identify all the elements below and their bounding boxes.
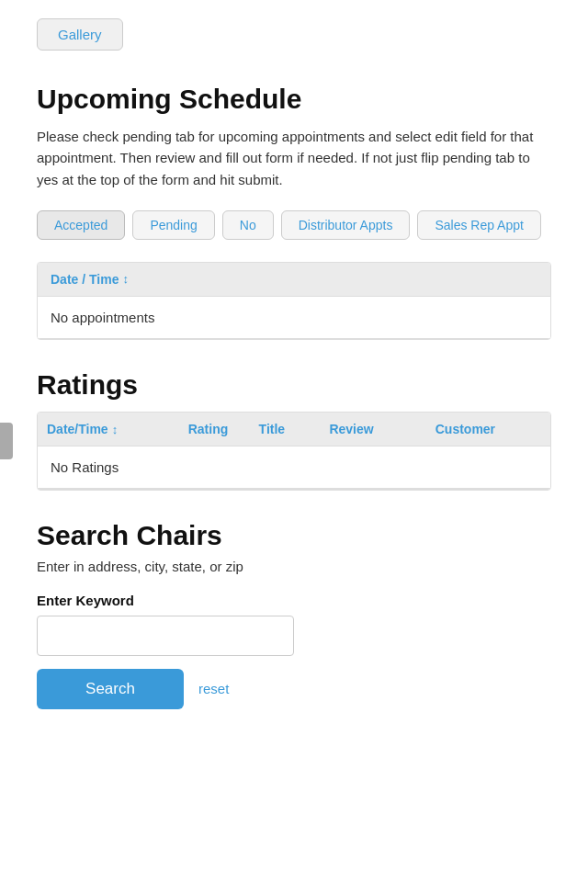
gallery-button[interactable]: Gallery <box>37 18 123 51</box>
search-chairs-description: Enter in address, city, state, or zip <box>37 559 551 574</box>
upcoming-schedule-title: Upcoming Schedule <box>37 84 551 115</box>
sort-icon: ↕ <box>122 272 129 286</box>
ratings-table: Date/Time ↕ Rating Title Review Customer… <box>37 412 551 491</box>
side-handle[interactable] <box>0 423 13 459</box>
schedule-table-header: Date / Time ↕ <box>38 263 550 297</box>
ratings-customer-column: Customer <box>435 422 541 436</box>
keyword-label: Enter Keyword <box>37 593 551 608</box>
schedule-tab-group: Accepted Pending No Distributor Appts Sa… <box>37 210 551 240</box>
tab-distributor-appts[interactable]: Distributor Appts <box>281 210 411 240</box>
search-chairs-section: Search Chairs Enter in address, city, st… <box>37 520 551 709</box>
keyword-input[interactable] <box>37 616 294 656</box>
table-divider <box>38 338 550 340</box>
schedule-table: Date / Time ↕ No appointments <box>37 262 551 341</box>
tab-accepted[interactable]: Accepted <box>37 210 125 240</box>
tab-pending[interactable]: Pending <box>132 210 214 240</box>
reset-button[interactable]: reset <box>198 681 229 696</box>
ratings-title: Ratings <box>37 369 551 401</box>
ratings-title-column: Title <box>259 422 330 436</box>
ratings-datetime-column[interactable]: Date/Time ↕ <box>47 422 188 436</box>
upcoming-schedule-description: Please check pending tab for upcoming ap… <box>37 126 551 190</box>
ratings-no-data: No Ratings <box>38 447 550 488</box>
ratings-review-column: Review <box>329 422 435 436</box>
schedule-datetime-column[interactable]: Date / Time ↕ <box>51 272 537 287</box>
ratings-rating-column: Rating <box>188 422 259 436</box>
search-button[interactable]: Search <box>37 669 184 709</box>
tab-sales-rep-appt[interactable]: Sales Rep Appt <box>417 210 541 240</box>
search-reset-row: Search reset <box>37 669 551 709</box>
ratings-table-header: Date/Time ↕ Rating Title Review Customer <box>38 413 550 447</box>
schedule-no-data: No appointments <box>38 297 550 338</box>
ratings-divider <box>38 488 550 490</box>
ratings-sort-icon: ↕ <box>112 423 119 436</box>
tab-no[interactable]: No <box>222 210 274 240</box>
search-chairs-title: Search Chairs <box>37 520 551 551</box>
